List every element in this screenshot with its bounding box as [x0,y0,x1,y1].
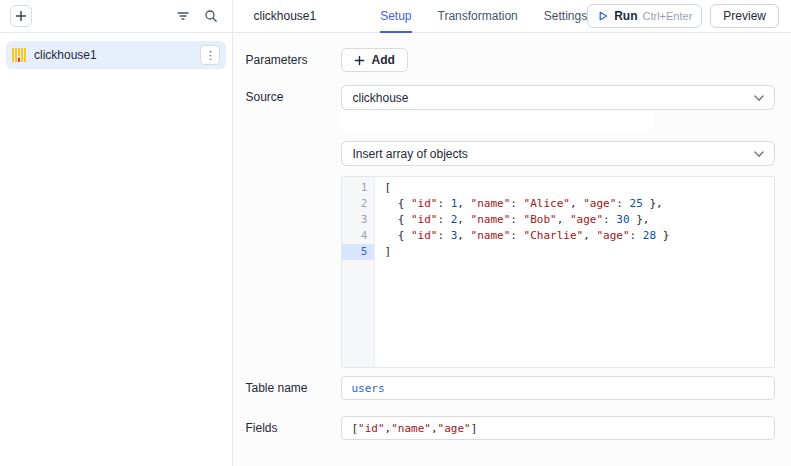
code-line: { "id": 3, "name": "Charlie", "age": 28 … [384,228,774,244]
query-panel: clickhouse1 Setup Transformation Setting… [233,0,791,466]
query-list-item-clickhouse1[interactable]: clickhouse1 ⋮ [6,41,226,69]
tab-setup[interactable]: Setup [380,0,411,33]
parameters-label: Parameters [245,48,341,67]
kebab-menu-icon[interactable]: ⋮ [200,45,220,65]
chevron-down-icon [754,151,764,158]
code-editor[interactable]: 12345 [ { "id": 1, "name": "Alice", "age… [341,176,775,368]
line-number: 1 [342,180,374,196]
sidebar: clickhouse1 ⋮ [0,0,233,466]
fields-input[interactable]: ["id", "name", "age"] [341,416,775,440]
code-line: { "id": 1, "name": "Alice", "age": 25 }, [384,196,774,212]
sidebar-toolbar [0,0,232,33]
fields-row: Fields ["id", "name", "age"] [245,416,775,440]
operation-select[interactable]: Insert array of objects [341,141,775,166]
code-line: [ [384,180,774,196]
query-list: clickhouse1 ⋮ [0,33,232,466]
code-line: ] [384,244,774,260]
tab-settings[interactable]: Settings [544,0,587,33]
query-form: Parameters Add Source clickhouse [233,33,791,466]
play-icon [597,10,609,22]
add-query-button[interactable] [10,5,32,27]
filter-icon[interactable] [172,5,194,27]
plus-icon [15,10,27,22]
header-actions: Run Ctrl+Enter Preview [587,4,779,28]
code-line: { "id": 2, "name": "Bob", "age": 30 }, [384,212,774,228]
tab-transformation[interactable]: Transformation [438,0,518,33]
table-name-label: Table name [245,376,341,395]
editor-gutter: 12345 [342,177,375,367]
run-label: Run [614,9,637,23]
connection-row [245,112,775,131]
source-select[interactable]: clickhouse [341,85,775,110]
parameters-row: Parameters Add [245,48,775,72]
run-button[interactable]: Run Ctrl+Enter [587,4,702,28]
chevron-down-icon [754,95,764,102]
query-tabs: Setup Transformation Settings [380,0,587,33]
line-number: 2 [342,196,374,212]
line-number: 4 [342,228,374,244]
add-parameter-button[interactable]: Add [341,48,407,72]
source-label: Source [245,85,341,104]
query-item-label: clickhouse1 [34,48,192,62]
fields-label: Fields [245,416,341,435]
editor-row: 12345 [ { "id": 1, "name": "Alice", "age… [245,176,775,368]
search-icon[interactable] [200,5,222,27]
editor-code[interactable]: [ { "id": 1, "name": "Alice", "age": 25 … [375,177,774,367]
line-number: 5 [342,244,374,260]
table-name-input[interactable]: users [341,376,775,400]
source-select-value: clickhouse [352,91,408,105]
query-header: clickhouse1 Setup Transformation Setting… [233,0,791,33]
table-name-row: Table name users [245,376,775,400]
operation-select-value: Insert array of objects [352,147,467,161]
operation-row: Insert array of objects [245,141,775,166]
query-title: clickhouse1 [253,9,316,23]
clickhouse-logo-icon [12,48,26,62]
connection-placeholder [341,112,653,131]
plus-icon [354,55,365,66]
app-window: clickhouse1 ⋮ clickhouse1 Setup Transfor… [0,0,791,466]
preview-button[interactable]: Preview [710,4,779,28]
run-shortcut: Ctrl+Enter [642,10,692,22]
line-number: 3 [342,212,374,228]
source-row: Source clickhouse [245,85,775,110]
add-parameter-label: Add [371,53,394,67]
